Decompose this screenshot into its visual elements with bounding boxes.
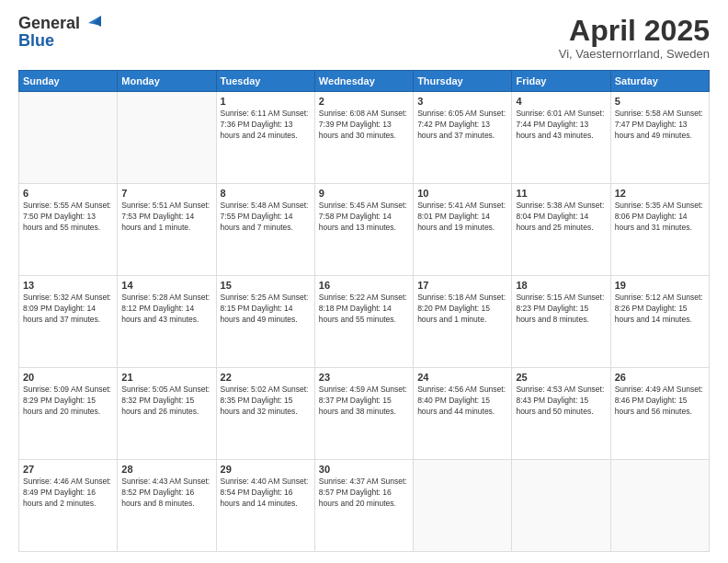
table-row: 29Sunrise: 4:40 AM Sunset: 8:54 PM Dayli… <box>216 460 314 552</box>
day-number: 26 <box>615 372 705 383</box>
day-info: Sunrise: 5:12 AM Sunset: 8:26 PM Dayligh… <box>615 293 705 326</box>
col-thursday: Thursday <box>414 71 512 92</box>
subtitle: Vi, Vaesternorrland, Sweden <box>559 47 710 61</box>
day-number: 16 <box>319 280 409 291</box>
table-row: 8Sunrise: 5:48 AM Sunset: 7:55 PM Daylig… <box>216 184 314 276</box>
calendar-table: Sunday Monday Tuesday Wednesday Thursday… <box>18 70 710 552</box>
day-number: 11 <box>516 188 606 199</box>
day-number: 2 <box>319 96 409 107</box>
table-row: 25Sunrise: 4:53 AM Sunset: 8:43 PM Dayli… <box>512 368 610 460</box>
day-number: 9 <box>319 188 409 199</box>
calendar-week-row: 20Sunrise: 5:09 AM Sunset: 8:29 PM Dayli… <box>19 368 710 460</box>
day-number: 17 <box>417 280 507 291</box>
day-number: 10 <box>417 188 507 199</box>
month-title: April 2025 <box>559 15 710 47</box>
table-row: 13Sunrise: 5:32 AM Sunset: 8:09 PM Dayli… <box>19 276 118 368</box>
day-number: 12 <box>615 188 705 199</box>
day-info: Sunrise: 5:48 AM Sunset: 7:55 PM Dayligh… <box>221 201 311 234</box>
day-info: Sunrise: 4:46 AM Sunset: 8:49 PM Dayligh… <box>23 477 113 510</box>
table-row: 4Sunrise: 6:01 AM Sunset: 7:44 PM Daylig… <box>512 92 610 184</box>
day-number: 27 <box>23 464 113 475</box>
day-number: 28 <box>121 464 211 475</box>
col-monday: Monday <box>118 71 216 92</box>
table-row: 17Sunrise: 5:18 AM Sunset: 8:20 PM Dayli… <box>414 276 512 368</box>
day-info: Sunrise: 5:45 AM Sunset: 7:58 PM Dayligh… <box>319 201 409 234</box>
day-info: Sunrise: 4:43 AM Sunset: 8:52 PM Dayligh… <box>121 477 211 510</box>
day-info: Sunrise: 4:56 AM Sunset: 8:40 PM Dayligh… <box>417 385 507 418</box>
day-number: 5 <box>615 96 705 107</box>
day-info: Sunrise: 5:28 AM Sunset: 8:12 PM Dayligh… <box>121 293 211 326</box>
day-number: 15 <box>221 280 311 291</box>
day-number: 22 <box>221 372 311 383</box>
day-number: 3 <box>417 96 507 107</box>
table-row <box>19 92 118 184</box>
col-sunday: Sunday <box>19 71 118 92</box>
day-info: Sunrise: 5:09 AM Sunset: 8:29 PM Dayligh… <box>23 385 113 418</box>
table-row <box>414 460 512 552</box>
day-info: Sunrise: 6:01 AM Sunset: 7:44 PM Dayligh… <box>516 109 606 142</box>
table-row: 30Sunrise: 4:37 AM Sunset: 8:57 PM Dayli… <box>314 460 413 552</box>
day-number: 30 <box>319 464 409 475</box>
table-row <box>118 92 216 184</box>
table-row: 5Sunrise: 5:58 AM Sunset: 7:47 PM Daylig… <box>610 92 709 184</box>
day-info: Sunrise: 4:59 AM Sunset: 8:37 PM Dayligh… <box>319 385 409 418</box>
logo-blue-text: Blue <box>18 31 54 50</box>
table-row: 24Sunrise: 4:56 AM Sunset: 8:40 PM Dayli… <box>414 368 512 460</box>
table-row: 27Sunrise: 4:46 AM Sunset: 8:49 PM Dayli… <box>19 460 118 552</box>
table-row: 19Sunrise: 5:12 AM Sunset: 8:26 PM Dayli… <box>610 276 709 368</box>
day-info: Sunrise: 5:32 AM Sunset: 8:09 PM Dayligh… <box>23 293 113 326</box>
day-number: 19 <box>615 280 705 291</box>
day-number: 21 <box>121 372 211 383</box>
col-tuesday: Tuesday <box>216 71 314 92</box>
table-row: 2Sunrise: 6:08 AM Sunset: 7:39 PM Daylig… <box>314 92 413 184</box>
day-info: Sunrise: 4:53 AM Sunset: 8:43 PM Dayligh… <box>516 385 606 418</box>
col-friday: Friday <box>512 71 610 92</box>
day-info: Sunrise: 6:05 AM Sunset: 7:42 PM Dayligh… <box>417 109 507 142</box>
col-saturday: Saturday <box>610 71 709 92</box>
table-row: 16Sunrise: 5:22 AM Sunset: 8:18 PM Dayli… <box>314 276 413 368</box>
page: General Blue April 2025 Vi, Vaesternorrl… <box>0 0 728 563</box>
day-info: Sunrise: 5:41 AM Sunset: 8:01 PM Dayligh… <box>417 201 507 234</box>
table-row: 21Sunrise: 5:05 AM Sunset: 8:32 PM Dayli… <box>118 368 216 460</box>
day-info: Sunrise: 6:11 AM Sunset: 7:36 PM Dayligh… <box>221 109 311 142</box>
table-row <box>610 460 709 552</box>
day-number: 7 <box>121 188 211 199</box>
day-number: 1 <box>221 96 311 107</box>
day-info: Sunrise: 6:08 AM Sunset: 7:39 PM Dayligh… <box>319 109 409 142</box>
day-number: 18 <box>516 280 606 291</box>
calendar-header-row: Sunday Monday Tuesday Wednesday Thursday… <box>19 71 710 92</box>
table-row: 28Sunrise: 4:43 AM Sunset: 8:52 PM Dayli… <box>118 460 216 552</box>
table-row: 12Sunrise: 5:35 AM Sunset: 8:06 PM Dayli… <box>610 184 709 276</box>
table-row: 9Sunrise: 5:45 AM Sunset: 7:58 PM Daylig… <box>314 184 413 276</box>
day-info: Sunrise: 5:05 AM Sunset: 8:32 PM Dayligh… <box>121 385 211 418</box>
day-info: Sunrise: 5:38 AM Sunset: 8:04 PM Dayligh… <box>516 201 606 234</box>
day-info: Sunrise: 4:40 AM Sunset: 8:54 PM Dayligh… <box>221 477 311 510</box>
day-info: Sunrise: 5:55 AM Sunset: 7:50 PM Dayligh… <box>23 201 113 234</box>
table-row: 11Sunrise: 5:38 AM Sunset: 8:04 PM Dayli… <box>512 184 610 276</box>
day-info: Sunrise: 4:37 AM Sunset: 8:57 PM Dayligh… <box>319 477 409 510</box>
day-number: 24 <box>417 372 507 383</box>
table-row <box>512 460 610 552</box>
day-info: Sunrise: 5:15 AM Sunset: 8:23 PM Dayligh… <box>516 293 606 326</box>
day-info: Sunrise: 5:58 AM Sunset: 7:47 PM Dayligh… <box>615 109 705 142</box>
logo-bird-icon <box>81 16 101 30</box>
day-number: 14 <box>121 280 211 291</box>
calendar-week-row: 13Sunrise: 5:32 AM Sunset: 8:09 PM Dayli… <box>19 276 710 368</box>
table-row: 3Sunrise: 6:05 AM Sunset: 7:42 PM Daylig… <box>414 92 512 184</box>
logo: General Blue <box>18 15 102 51</box>
day-number: 25 <box>516 372 606 383</box>
table-row: 6Sunrise: 5:55 AM Sunset: 7:50 PM Daylig… <box>19 184 118 276</box>
day-info: Sunrise: 5:51 AM Sunset: 7:53 PM Dayligh… <box>121 201 211 234</box>
header: General Blue April 2025 Vi, Vaesternorrl… <box>18 15 710 61</box>
day-number: 29 <box>221 464 311 475</box>
day-number: 13 <box>23 280 113 291</box>
calendar-week-row: 6Sunrise: 5:55 AM Sunset: 7:50 PM Daylig… <box>19 184 710 276</box>
col-wednesday: Wednesday <box>314 71 413 92</box>
table-row: 26Sunrise: 4:49 AM Sunset: 8:46 PM Dayli… <box>610 368 709 460</box>
day-number: 8 <box>221 188 311 199</box>
logo-general-text: General <box>18 15 80 31</box>
table-row: 1Sunrise: 6:11 AM Sunset: 7:36 PM Daylig… <box>216 92 314 184</box>
day-info: Sunrise: 5:02 AM Sunset: 8:35 PM Dayligh… <box>221 385 311 418</box>
day-info: Sunrise: 5:35 AM Sunset: 8:06 PM Dayligh… <box>615 201 705 234</box>
calendar-week-row: 1Sunrise: 6:11 AM Sunset: 7:36 PM Daylig… <box>19 92 710 184</box>
